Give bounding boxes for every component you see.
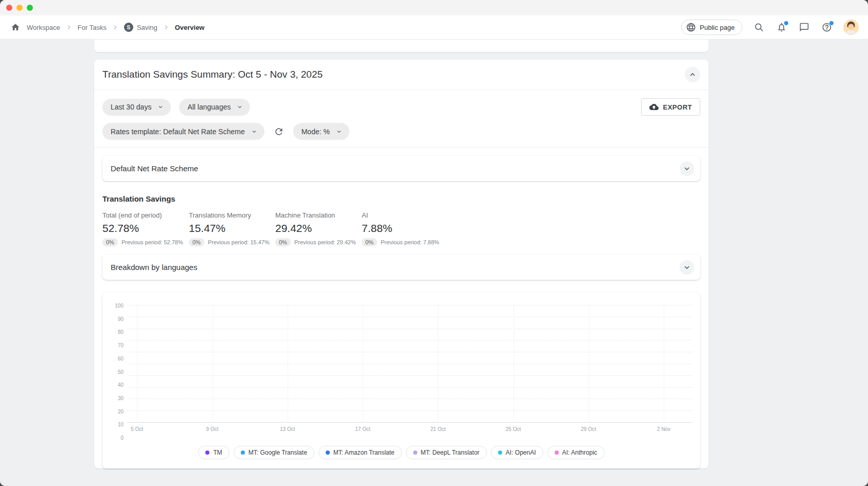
bar-cell	[466, 305, 485, 423]
bar-cell	[316, 305, 335, 423]
rates-template-dropdown[interactable]: Rates template: Default Net Rate Scheme	[102, 123, 264, 140]
vertical-gridline	[212, 305, 213, 423]
chart-legend: TMMT: Google TranslateMT: Amazon Transla…	[111, 446, 692, 459]
translation-savings-heading: Translation Savings	[102, 194, 700, 203]
vertical-gridline	[363, 305, 363, 423]
chevron-down-icon	[237, 104, 243, 110]
stat-label: Total (end of period)	[102, 211, 189, 219]
legend-chip[interactable]: AI: Anthropic	[547, 446, 605, 459]
stat-label: Translations Memory	[189, 211, 275, 219]
filters-section: Last 30 days All languages EXPORT	[94, 90, 708, 147]
breadcrumb-label: Workspace	[27, 24, 60, 31]
y-tick-label: 40	[118, 382, 123, 388]
expand-net-rate-scheme-button[interactable]	[680, 161, 694, 176]
delta-badge: 0%	[189, 238, 204, 246]
breadcrumb-item-workspace[interactable]: Workspace	[27, 24, 60, 31]
delta-badge: 0%	[362, 238, 377, 246]
bar-cell	[673, 305, 692, 423]
bar-cell	[165, 305, 184, 423]
y-tick-label: 30	[118, 395, 123, 401]
user-avatar[interactable]	[843, 20, 859, 35]
breadcrumb-item-for-tasks[interactable]: For Tasks	[78, 24, 107, 31]
breadcrumb-item-overview[interactable]: Overview	[175, 24, 205, 31]
previous-period-text: Previous period: 52.78%	[121, 239, 183, 245]
legend-chip[interactable]: MT: Google Translate	[234, 446, 314, 459]
top-navbar: Workspace For Tasks S Saving Overview Pu…	[0, 15, 868, 40]
home-icon[interactable]	[9, 21, 22, 33]
chart-plot	[128, 305, 692, 423]
export-button[interactable]: EXPORT	[641, 98, 700, 116]
legend-label: AI: Anthropic	[562, 449, 597, 456]
legend-label: TM	[213, 449, 222, 456]
bar-cell	[334, 305, 353, 423]
x-tick-label: 2 Nov	[654, 426, 674, 432]
y-tick-label: 50	[118, 369, 123, 374]
delta-badge: 0%	[275, 238, 291, 246]
chat-icon[interactable]	[798, 21, 810, 33]
previous-period-text: Previous period: 15.47%	[208, 239, 270, 245]
legend-chip[interactable]: TM	[198, 446, 229, 459]
breadcrumb: Workspace For Tasks S Saving Overview	[9, 21, 204, 33]
date-range-value: Last 30 days	[111, 103, 151, 111]
search-icon[interactable]	[753, 21, 765, 33]
stats-row: Total (end of period) 52.78% 0% Previous…	[102, 211, 700, 246]
divider	[94, 147, 708, 148]
stat-value: 15.47%	[189, 222, 275, 235]
public-page-button[interactable]: Public page	[681, 20, 742, 35]
chevron-right-icon	[163, 24, 170, 31]
legend-label: AI: OpenAI	[506, 449, 536, 456]
collapse-card-button[interactable]	[685, 67, 700, 82]
x-tick-label: 21 Oct	[429, 426, 448, 432]
bar-cell	[203, 305, 222, 423]
help-icon[interactable]	[821, 21, 833, 33]
bar-cell	[147, 305, 166, 423]
bar-cell	[391, 305, 410, 423]
bar-cell	[353, 305, 373, 423]
close-button[interactable]	[6, 5, 12, 11]
chevron-down-icon	[251, 129, 257, 135]
legend-chip[interactable]: AI: OpenAI	[491, 446, 543, 459]
chevron-down-icon	[683, 165, 691, 173]
refresh-icon[interactable]	[273, 125, 285, 138]
languages-dropdown[interactable]: All languages	[179, 99, 250, 116]
y-tick-label: 80	[118, 329, 123, 335]
legend-dot	[326, 451, 330, 455]
vertical-gridline	[288, 305, 288, 423]
x-tick-label: 17 Oct	[353, 426, 373, 432]
bar-cell	[448, 305, 467, 423]
y-tick-label: 0	[120, 435, 123, 441]
stat-ai: AI 7.88% 0% Previous period: 7.88%	[362, 211, 448, 246]
y-tick-label: 90	[118, 316, 123, 321]
zoom-button[interactable]	[27, 5, 33, 11]
chevron-right-icon	[112, 24, 119, 31]
bar-cell	[259, 305, 278, 423]
date-range-dropdown[interactable]: Last 30 days	[102, 99, 171, 116]
y-tick-label: 100	[115, 303, 123, 309]
delta-badge: 0%	[102, 238, 118, 246]
bar-cell	[410, 305, 429, 423]
x-tick-label: 5 Oct	[128, 426, 147, 432]
x-tick-label: 29 Oct	[579, 426, 598, 432]
net-rate-scheme-panel[interactable]: Default Net Rate Scheme	[102, 156, 700, 181]
breadcrumb-item-saving[interactable]: S Saving	[124, 23, 157, 32]
y-tick-label: 10	[118, 422, 123, 427]
expand-breakdown-button[interactable]	[680, 260, 694, 275]
bar-cell	[541, 305, 560, 423]
minimize-button[interactable]	[16, 5, 23, 11]
bar-cell	[523, 305, 542, 423]
stat-label: AI	[362, 211, 448, 219]
bar-cell	[617, 305, 636, 423]
x-tick-label: 13 Oct	[278, 426, 297, 432]
breakdown-by-languages-panel[interactable]: Breakdown by languages	[102, 255, 700, 280]
chevron-right-icon	[65, 24, 73, 31]
legend-chip[interactable]: MT: DeepL Translator	[406, 446, 487, 459]
y-tick-label: 60	[118, 355, 123, 361]
mode-dropdown[interactable]: Mode: %	[293, 123, 349, 140]
vertical-gridline	[513, 305, 514, 423]
main-scroll-area[interactable]: Translation Savings Summary: Oct 5 - Nov…	[0, 40, 868, 486]
stat-value: 29.42%	[275, 222, 362, 235]
bar-cell	[598, 305, 617, 423]
legend-chip[interactable]: MT: Amazon Translate	[318, 446, 402, 459]
notifications-icon[interactable]	[775, 21, 788, 33]
bar-cell	[372, 305, 391, 423]
